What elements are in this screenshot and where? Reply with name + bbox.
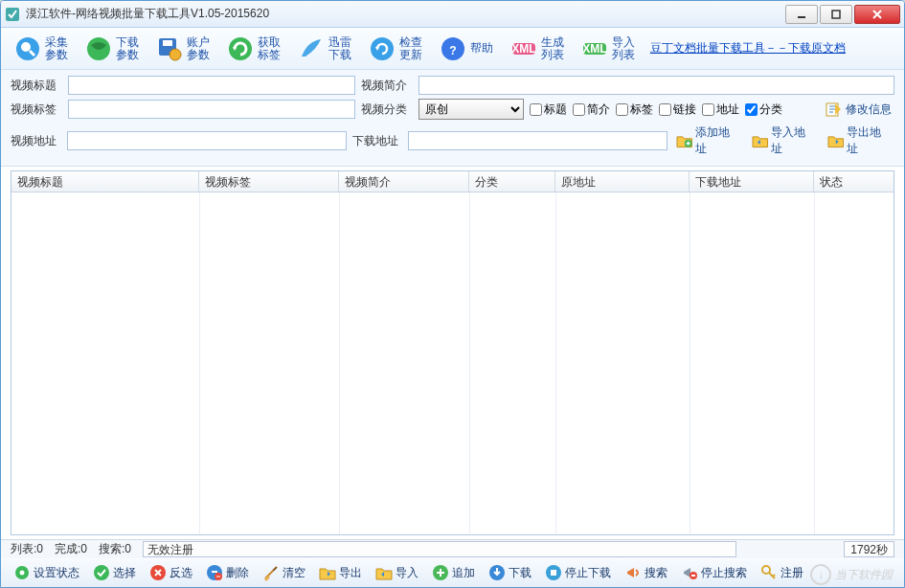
chk-link[interactable]: 链接 (659, 102, 696, 118)
svg-point-24 (94, 565, 109, 580)
svg-rect-27 (212, 571, 217, 573)
edit-icon (826, 102, 843, 117)
label: 下载 (116, 36, 139, 49)
download-addr-input[interactable] (408, 131, 667, 150)
get-tags-button[interactable]: 获取标签 (221, 34, 286, 64)
svg-point-4 (21, 42, 31, 52)
video-tags-input[interactable] (68, 100, 355, 119)
close-button[interactable] (854, 5, 900, 24)
key-icon (760, 564, 778, 581)
plus-icon (432, 564, 449, 581)
download-params-button[interactable]: 下载参数 (79, 34, 145, 64)
status-bar: 列表:0 完成:0 搜索:0 无效注册 1792秒 (1, 539, 904, 558)
cross-icon (149, 564, 167, 581)
stop-search-button[interactable]: 停止搜索 (676, 562, 752, 583)
doudin-link[interactable]: 豆丁文档批量下载工具－－下载原文档 (650, 40, 846, 57)
chk-title[interactable]: 标题 (530, 102, 567, 118)
account-params-button[interactable]: 账户参数 (150, 34, 215, 64)
collect-params-button[interactable]: 采集参数 (9, 34, 74, 64)
label: 迅雷 (328, 36, 351, 49)
download-button[interactable]: 下载 (484, 562, 536, 583)
svg-text:?: ? (449, 44, 456, 57)
status-done: 完成:0 (55, 541, 87, 557)
svg-point-12 (371, 37, 394, 60)
svg-rect-34 (691, 575, 695, 577)
svg-point-9 (170, 49, 181, 60)
table-body[interactable] (11, 192, 894, 534)
label: 获取 (258, 36, 281, 49)
label: 账户 (187, 36, 210, 49)
chk-tags[interactable]: 标签 (616, 102, 653, 118)
label: 更新 (399, 49, 422, 61)
svg-text:XML: XML (511, 42, 535, 56)
window-title: 漠江软件-网络视频批量下载工具V1.05-2015620 (26, 6, 785, 22)
titlebar: 漠江软件-网络视频批量下载工具V1.05-2015620 (1, 1, 904, 28)
video-title-input[interactable] (68, 76, 355, 95)
search-button[interactable]: 搜索 (620, 562, 672, 583)
svg-rect-2 (832, 11, 840, 18)
video-category-select[interactable]: 原创 (419, 99, 524, 120)
col-intro[interactable]: 视频简介 (339, 171, 469, 192)
col-title[interactable]: 视频标题 (11, 171, 199, 192)
xunlei-download-button[interactable]: 迅雷下载 (292, 34, 357, 64)
clear-button[interactable]: 清空 (258, 562, 310, 583)
label-video-intro: 视频简介 (361, 78, 413, 94)
export-button[interactable]: 导出 (314, 562, 367, 583)
label: 列表 (541, 49, 564, 61)
col-category[interactable]: 分类 (469, 171, 555, 192)
edit-info-button[interactable]: 修改信息 (823, 101, 894, 119)
folder-import-icon (375, 564, 393, 581)
svg-point-23 (20, 571, 25, 576)
chk-intro[interactable]: 简介 (573, 102, 610, 118)
import-addr-button[interactable]: 导入地址 (749, 124, 819, 158)
svg-text:XML: XML (582, 42, 606, 56)
col-status[interactable]: 状态 (814, 171, 894, 192)
register-button[interactable]: 注册 (756, 562, 808, 583)
video-addr-input[interactable] (67, 131, 347, 150)
gear-icon (13, 564, 31, 581)
add-addr-button[interactable]: 添加地址 (673, 124, 743, 158)
label: 参数 (116, 49, 139, 61)
refresh-icon (227, 35, 254, 62)
chk-addr[interactable]: 地址 (702, 102, 739, 118)
help-button[interactable]: ? 帮助 (434, 34, 499, 64)
col-tags[interactable]: 视频标签 (199, 171, 339, 192)
minimize-button[interactable] (785, 5, 818, 24)
label: 生成 (541, 36, 564, 49)
watermark: ↓当下软件园 (810, 564, 893, 585)
label: 导入 (612, 36, 635, 49)
label: 标签 (258, 49, 281, 61)
append-button[interactable]: 追加 (427, 562, 480, 583)
delete-icon (206, 564, 223, 581)
invert-select-button[interactable]: 反选 (145, 562, 197, 583)
import-list-button[interactable]: XML 导入列表 (576, 34, 641, 64)
label-video-category: 视频分类 (361, 102, 413, 118)
col-origaddr[interactable]: 原地址 (555, 171, 690, 192)
maximize-button[interactable] (820, 5, 852, 24)
download-icon (488, 564, 506, 581)
app-icon (5, 7, 20, 22)
label-video-title: 视频标题 (11, 78, 62, 94)
form-area: 视频标题 视频简介 视频标签 视频分类 原创 标题 简介 标签 链接 地址 分类… (1, 70, 904, 167)
gen-list-button[interactable]: XML 生成列表 (505, 34, 570, 64)
check-icon (93, 564, 110, 581)
label: 检查 (399, 36, 422, 49)
bottom-toolbar: 设置状态 选择 反选 删除 清空 导出 导入 追加 下载 停止下载 搜索 停止搜… (1, 558, 904, 587)
select-button[interactable]: 选择 (88, 562, 141, 583)
label-download-addr: 下载地址 (352, 133, 403, 149)
delete-button[interactable]: 删除 (201, 562, 254, 583)
col-dladdr[interactable]: 下载地址 (690, 171, 814, 192)
check-update-button[interactable]: 检查更新 (363, 34, 428, 64)
floppy-gear-icon (156, 35, 183, 62)
stop-download-button[interactable]: 停止下载 (540, 562, 616, 583)
feather-icon (298, 35, 325, 62)
video-intro-input[interactable] (419, 76, 894, 95)
import-button[interactable]: 导入 (371, 562, 423, 583)
table-header: 视频标题 视频标签 视频简介 分类 原地址 下载地址 状态 (11, 171, 894, 192)
export-addr-button[interactable]: 导出地址 (825, 124, 894, 158)
set-status-button[interactable]: 设置状态 (9, 562, 84, 583)
label: 参数 (45, 49, 68, 61)
status-list: 列表:0 (11, 541, 43, 557)
folder-plus-icon (676, 133, 692, 148)
chk-category[interactable]: 分类 (745, 102, 782, 118)
